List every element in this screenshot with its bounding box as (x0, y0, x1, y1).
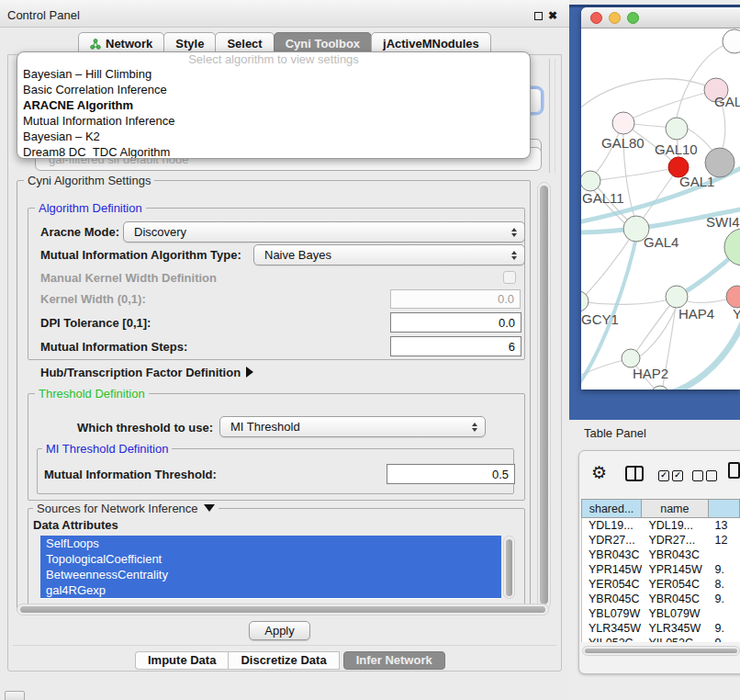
node-gcy1[interactable] (581, 291, 589, 311)
node-hap4[interactable] (666, 286, 688, 308)
cell: YBR045C (642, 592, 708, 606)
node-label: Y (733, 306, 740, 322)
zoom-traffic-light[interactable] (627, 12, 639, 24)
network-canvas[interactable]: GAL GAL80 GAL10 GAL1 GAL11 SWI4 GAL4 GCY… (581, 28, 740, 390)
manual-kernel-checkbox[interactable] (503, 271, 516, 284)
mi-threshold-field[interactable]: 0.5 (387, 464, 515, 484)
node-label: HAP4 (678, 306, 714, 322)
table-horizontal-scrollbar[interactable] (582, 646, 740, 656)
popup-item-bayesian-k2[interactable]: Bayesian – K2 (17, 129, 530, 144)
node-label: GAL (714, 94, 740, 109)
table-row[interactable]: YDR27... YDR27... 12 (582, 533, 740, 548)
table-row-clipped[interactable]: YIL052C YIL052C 9 (582, 636, 740, 642)
tab-label: jActiveMNodules (383, 34, 479, 53)
dpi-tolerance-field[interactable]: 0.0 (390, 312, 521, 333)
export-table-icon[interactable] (728, 462, 740, 479)
cell: YBR045C (582, 592, 642, 606)
mi-steps-field[interactable]: 6 (390, 336, 521, 356)
cell: YBL079W (642, 606, 708, 621)
node-hap2[interactable] (622, 349, 640, 367)
column-header-shared-name[interactable]: shared... (581, 499, 642, 518)
minimize-traffic-light[interactable] (609, 12, 621, 24)
scrollbar-thumb[interactable] (506, 539, 512, 596)
table-row[interactable]: YDL19... YDL19... 13 (582, 518, 740, 533)
scrollbar-thumb[interactable] (540, 186, 548, 604)
scrollbar-thumb[interactable] (20, 606, 545, 613)
cell: YER054C (642, 577, 708, 592)
table-row[interactable]: YBR043C YBR043C (582, 548, 740, 562)
manual-kernel-label: Manual Kernel Width Definition (40, 271, 217, 285)
panel-title: Control Panel (7, 8, 80, 22)
tab-infer-network[interactable]: Infer Network (343, 651, 445, 670)
node[interactable] (723, 29, 740, 53)
mi-type-combo[interactable]: Naive Bayes (253, 244, 525, 265)
table-row[interactable]: YER054C YER054C 8. (582, 577, 740, 592)
data-attributes-list: SelfLoops TopologicalCoefficient Between… (40, 536, 501, 599)
cell (708, 548, 740, 562)
tab-label: Style (175, 34, 204, 53)
list-item[interactable]: gal4RGexp (40, 582, 501, 598)
which-threshold-combo[interactable]: MI Threshold (219, 416, 486, 437)
list-item[interactable]: TopologicalCoefficient (40, 551, 501, 567)
cell: 8. (708, 577, 740, 592)
apply-button[interactable]: Apply (249, 621, 310, 640)
table-row[interactable]: YBL079W YBL079W (582, 606, 740, 621)
cell: 12 (708, 533, 740, 548)
cell: YIL052C (582, 636, 642, 642)
list-item[interactable]: SelfLoops (40, 536, 501, 551)
cell: YPR145W (642, 562, 708, 577)
node-salmon[interactable] (726, 286, 740, 308)
popup-item-aracne[interactable]: ARACNE Algorithm (17, 97, 530, 113)
group-title: Cyni Algorithm Settings (24, 174, 154, 187)
tab-impute-data[interactable]: Impute Data (135, 651, 228, 670)
node-label: GAL80 (601, 135, 645, 151)
popup-item-dream8[interactable]: Dream8 DC_TDC Algorithm (17, 144, 530, 159)
node-gal80[interactable] (612, 112, 634, 134)
column-header-clipped[interactable] (709, 499, 740, 518)
mi-type-label: Mutual Information Algorithm Type: (40, 248, 241, 262)
group-title: MI Threshold Definition (42, 442, 172, 456)
popup-item-bayesian-hill-climbing[interactable]: Bayesian – Hill Climbing (17, 66, 530, 82)
split-columns-icon[interactable] (625, 466, 644, 481)
table-row[interactable]: YBR045C YBR045C 9. (582, 592, 740, 606)
cell: YPR145W (582, 562, 642, 577)
select-all-columns-icon[interactable]: ✓✓ (658, 470, 683, 481)
tab-label: Network (106, 34, 152, 53)
node-gal10[interactable] (666, 118, 688, 140)
table-row[interactable]: YPR145W YPR145W 9. (582, 562, 740, 577)
float-panel-icon[interactable] (534, 12, 543, 20)
cell: 9. (708, 562, 740, 577)
cell: YDR27... (582, 533, 642, 548)
attributes-vertical-scrollbar[interactable] (503, 536, 515, 599)
kernel-width-field[interactable]: 0.0 (390, 289, 521, 309)
close-traffic-light[interactable] (590, 12, 602, 24)
cell: 9. (708, 621, 740, 636)
cell: YLR345W (642, 621, 708, 636)
gear-icon[interactable]: ⚙ (591, 464, 607, 482)
popup-item-mutual-information[interactable]: Mutual Information Inference (17, 113, 530, 129)
aracne-mode-combo[interactable]: Discovery (123, 221, 525, 243)
table-header: shared... name (581, 499, 740, 518)
column-header-name[interactable]: name (642, 499, 709, 518)
cell: 13 (708, 518, 740, 533)
scrollbar-thumb[interactable] (585, 649, 737, 653)
close-panel-icon[interactable]: ✖ (548, 10, 557, 21)
panel-grip-button[interactable] (5, 691, 25, 700)
group-title: Threshold Definition (35, 387, 149, 401)
algorithm-select-popup: Select algorithm to view settings Bayesi… (17, 51, 531, 159)
deselect-all-columns-icon[interactable] (692, 470, 717, 481)
node-label: GAL4 (644, 234, 678, 250)
expand-arrow-icon (246, 367, 253, 378)
settings-horizontal-scrollbar[interactable] (17, 604, 549, 615)
node-gal11[interactable] (581, 171, 600, 191)
settings-vertical-scrollbar[interactable] (537, 182, 551, 610)
cell: YDR27... (642, 533, 708, 548)
sources-toggle[interactable]: Sources for Network Inference (33, 502, 219, 515)
list-item[interactable]: BetweennessCentrality (40, 567, 501, 582)
aracne-mode-label: Aracne Mode: (40, 225, 119, 239)
popup-prompt: Select algorithm to view settings (17, 52, 530, 66)
tab-discretize-data[interactable]: Discretize Data (228, 651, 339, 670)
hub-definition-toggle[interactable]: Hub/Transcription Factor Definition (40, 366, 253, 379)
popup-item-basic-correlation[interactable]: Basic Correlation Inference (17, 82, 530, 97)
table-row[interactable]: YLR345W YLR345W 9. (582, 621, 740, 636)
